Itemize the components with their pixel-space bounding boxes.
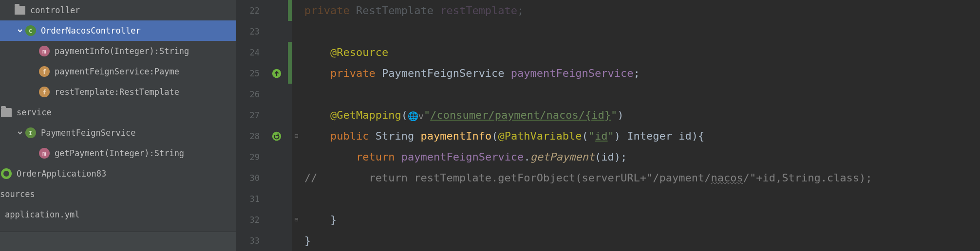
interface-icon: I — [25, 127, 36, 138]
code-text[interactable]: public String paymentInfo(@PathVariable(… — [302, 126, 980, 146]
code-text[interactable]: } — [302, 209, 980, 230]
code-text[interactable]: @Resource — [302, 42, 980, 63]
tree-file-applicationyml[interactable]: application.yml — [0, 204, 236, 225]
chevron-down-icon — [15, 130, 25, 136]
line-number: 30 — [236, 167, 265, 188]
code-text[interactable]: return paymentFeignService.getPayment(id… — [302, 146, 980, 167]
code-line[interactable]: 29 return paymentFeignService.getPayment… — [236, 146, 980, 167]
change-marker — [288, 42, 292, 63]
method-icon: m — [39, 148, 50, 159]
tree-label: sources — [0, 189, 35, 199]
folder-icon — [1, 108, 12, 117]
code-text[interactable] — [302, 84, 980, 105]
folder-icon — [15, 6, 25, 15]
line-number: 24 — [236, 42, 265, 63]
code-text[interactable]: private PaymentFeignService paymentFeign… — [302, 63, 980, 84]
code-line[interactable]: 22 private RestTemplate restTemplate; — [236, 0, 980, 21]
tree-field-resttemplate[interactable]: f restTemplate:RestTemplate — [0, 82, 236, 102]
change-marker — [288, 63, 292, 84]
line-number: 29 — [236, 146, 265, 167]
line-number: 25 — [236, 63, 265, 84]
code-text[interactable]: private RestTemplate restTemplate; — [302, 0, 980, 21]
fold-col — [292, 0, 302, 21]
spring-icon — [1, 168, 12, 179]
code-text[interactable]: // return restTemplate.getForObject(serv… — [302, 167, 980, 188]
tree-label: getPayment(Integer):String — [55, 148, 184, 158]
tree-label: paymentFeignService:Payme — [55, 67, 179, 76]
globe-icon[interactable]: 🌐ⅴ — [408, 111, 424, 121]
tree-folder-service[interactable]: service — [0, 102, 236, 123]
tree-field-paymentfeignservice[interactable]: f paymentFeignService:Payme — [0, 61, 236, 82]
fold-toggle[interactable]: ⊟ — [292, 126, 302, 146]
tree-label: OrderNacosController — [41, 26, 141, 36]
line-number: 23 — [236, 21, 265, 42]
code-line[interactable]: 25 private PaymentFeignService paymentFe… — [236, 63, 980, 84]
code-line[interactable]: 32 ⊟ } — [236, 209, 980, 230]
tree-label: OrderApplication83 — [17, 169, 106, 179]
change-marker — [288, 0, 292, 21]
code-line[interactable]: 31 — [236, 188, 980, 209]
line-number: 26 — [236, 84, 265, 105]
code-line[interactable]: 23 — [236, 21, 980, 42]
code-line[interactable]: 27 @GetMapping(🌐ⅴ"/consumer/payment/naco… — [236, 105, 980, 126]
code-line[interactable]: 26 — [236, 84, 980, 105]
tree-folder-controller[interactable]: controller — [0, 0, 236, 20]
tree-label: service — [17, 108, 52, 117]
field-icon: f — [39, 66, 50, 77]
line-number: 31 — [236, 188, 265, 209]
tree-class-orderapplication83[interactable]: OrderApplication83 — [0, 163, 236, 184]
tree-interface-paymentfeignservice[interactable]: I PaymentFeignService — [0, 123, 236, 143]
class-icon: C — [25, 25, 36, 36]
tree-method-paymentinfo[interactable]: m paymentInfo(Integer):String — [0, 41, 236, 61]
tree-label: controller — [30, 5, 80, 15]
tree-label: paymentInfo(Integer):String — [55, 46, 189, 56]
code-text[interactable]: @GetMapping(🌐ⅴ"/consumer/payment/nacos/{… — [302, 105, 980, 126]
field-icon: f — [39, 87, 50, 97]
line-number: 32 — [236, 209, 265, 230]
code-line[interactable]: 28 ⊟ public String paymentInfo(@PathVari… — [236, 126, 980, 146]
code-line[interactable]: 24 @Resource — [236, 42, 980, 63]
tree-folder-sources[interactable]: sources — [0, 184, 236, 204]
tree-label: PaymentFeignService — [41, 128, 135, 138]
code-line[interactable]: 30 // return restTemplate.getForObject(s… — [236, 167, 980, 188]
fold-toggle[interactable]: ⊟ — [292, 209, 302, 230]
gutter-recursive-icon[interactable] — [265, 126, 288, 146]
line-number: 33 — [236, 230, 265, 251]
gutter-override-icon[interactable] — [265, 63, 288, 84]
structure-tree: controller C OrderNacosController m paym… — [0, 0, 236, 251]
chevron-down-icon — [15, 28, 25, 34]
code-text[interactable] — [302, 188, 980, 209]
line-number: 28 — [236, 126, 265, 146]
code-text[interactable]: } — [302, 230, 980, 251]
line-number: 27 — [236, 105, 265, 126]
tree-method-getpayment[interactable]: m getPayment(Integer):String — [0, 143, 236, 163]
line-number: 22 — [236, 0, 265, 21]
method-icon: m — [39, 46, 50, 56]
code-line[interactable]: 33 } — [236, 230, 980, 251]
tree-class-ordernacoscontroller[interactable]: C OrderNacosController — [0, 20, 236, 41]
sidebar-footer — [0, 232, 236, 251]
code-text[interactable] — [302, 21, 980, 42]
code-editor[interactable]: 22 private RestTemplate restTemplate; 23… — [236, 0, 980, 251]
gutter-icon-slot — [265, 0, 288, 21]
tree-label: application.yml — [5, 210, 80, 219]
tree-label: restTemplate:RestTemplate — [55, 87, 179, 97]
